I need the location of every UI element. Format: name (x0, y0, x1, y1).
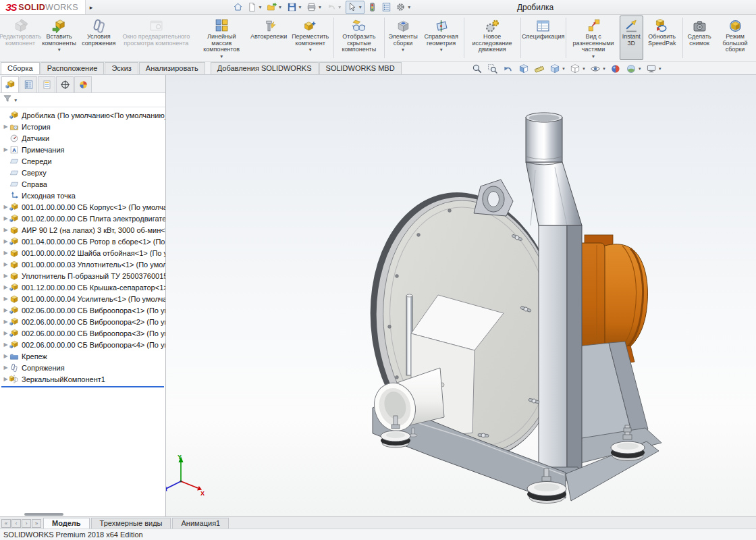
properties-list-icon[interactable] (381, 1, 393, 14)
prev-tab-button[interactable]: ‹ (11, 519, 21, 528)
panel-tab-dimxpertmanager[interactable] (56, 76, 74, 92)
expand-arrow-icon[interactable]: ▶ (2, 330, 9, 336)
tree-item[interactable]: ▶001.02.00.00.00 СБ Плита электродвигате… (0, 213, 165, 224)
reference-geometry-button[interactable]: Справочная геометрия▼ (421, 16, 462, 60)
expand-arrow-icon[interactable]: ▶ (2, 124, 9, 130)
bottom-tab-animation[interactable]: Анимация1 (172, 518, 229, 529)
assembly-features-button[interactable]: Элементы сборки▼ (385, 16, 420, 60)
tree-hscrollbar[interactable] (24, 513, 63, 516)
tab-расположение[interactable]: Расположение (40, 62, 105, 74)
tree-item[interactable]: ▶002.06.00.00.00 СБ Виброопора<3> (По ум… (0, 327, 165, 339)
large-assembly-mode-button[interactable]: Режим большой сборки (715, 16, 755, 60)
panel-tab-displaymanager[interactable] (74, 76, 92, 92)
section-view-icon[interactable] (518, 63, 530, 75)
insert-components-button[interactable]: Вставить компоненты▼ (39, 16, 79, 60)
app-logo[interactable]: ЗS SOLID WORKS (0, 0, 86, 14)
tree-item[interactable]: ▶001.00.00.00.02 Шайба отбойная<1> (По у… (0, 247, 165, 259)
tree-item[interactable]: Дробилка (По умолчанию<По умолчанию_Сост… (0, 109, 165, 121)
new-doc-icon[interactable] (246, 1, 258, 14)
expand-arrow-icon[interactable]: ▶ (2, 227, 9, 233)
expand-arrow-icon[interactable]: ▶ (2, 307, 9, 313)
tree-item[interactable]: Исходная точка (0, 190, 165, 201)
home-icon[interactable] (232, 1, 244, 14)
expand-arrow-icon[interactable]: ▶ (2, 353, 9, 359)
tree-item[interactable]: ▶История (0, 121, 165, 132)
smart-fasteners-button[interactable]: Автокрепежи (249, 16, 288, 60)
panel-tab-configurationmanager[interactable] (38, 76, 55, 92)
first-tab-button[interactable]: « (1, 519, 11, 528)
expand-arrow-icon[interactable]: ▶ (2, 146, 9, 153)
tree-item[interactable]: ▶001.04.00.00.00 СБ Ротор в сборе<1> (По… (0, 236, 165, 247)
expand-arrow-icon[interactable]: ▶ (2, 250, 9, 256)
tree-item[interactable]: ▶ЗеркальныйКомпонент1 (0, 373, 165, 385)
display-style-caret-icon[interactable]: ▼ (582, 67, 586, 71)
expand-arrow-icon[interactable]: ▶ (2, 296, 9, 302)
tree-item[interactable]: ▶Уплотнитель П-образный ТУ 2500376001521… (0, 270, 165, 281)
tree-item[interactable]: ▶Крепеж (0, 350, 165, 362)
tree-item[interactable]: Датчики (0, 132, 165, 144)
menu-flyout-arrow-icon[interactable]: ▸ (86, 4, 97, 11)
expand-arrow-icon[interactable]: ▶ (2, 238, 9, 244)
update-speedpak-button[interactable]: Обновить SpeedPak (643, 16, 681, 60)
view-orientation-caret-icon[interactable]: ▼ (562, 67, 566, 71)
traffic-light-icon[interactable] (367, 1, 379, 14)
expand-arrow-icon[interactable]: ▶ (2, 376, 9, 382)
measure-icon[interactable] (533, 63, 545, 75)
tree-item[interactable]: ▶001.12.00.00.00 СБ Крышка-сепаратор<1> … (0, 281, 165, 293)
view-settings-caret-icon[interactable]: ▼ (658, 67, 662, 71)
show-hidden-components-button[interactable]: Отобразить скрытые компоненты (335, 16, 383, 60)
tab-solidworks-mbd[interactable]: SOLIDWORKS MBD (319, 62, 402, 74)
expand-arrow-icon[interactable]: ▶ (2, 273, 9, 279)
tab-добавления-solidworks[interactable]: Добавления SOLIDWORKS (211, 62, 319, 74)
tree-item[interactable]: ▶002.06.00.00.00 СБ Виброопора<1> (По ум… (0, 304, 165, 316)
panel-tab-featuremanager[interactable] (1, 76, 19, 92)
tree-item[interactable]: Спереди (0, 155, 165, 167)
bottom-tab-model[interactable]: Модель (43, 518, 90, 529)
expand-arrow-icon[interactable]: ▶ (2, 364, 9, 371)
tab-эскиз[interactable]: Эскиз (105, 62, 138, 74)
zoom-area-icon[interactable] (487, 63, 499, 75)
tree-item[interactable]: ▶002.06.00.00.00 СБ Виброопора<2> (По ум… (0, 316, 165, 327)
bottom-tab-3d-views[interactable]: Трехмерные виды (91, 518, 171, 529)
save-icon[interactable] (286, 1, 298, 14)
filter-caret-icon[interactable]: ▼ (14, 98, 18, 103)
panel-tab-propertymanager[interactable] (20, 76, 37, 92)
next-tab-button[interactable]: › (22, 519, 31, 528)
apply-scene-icon[interactable] (625, 63, 637, 75)
open-doc-caret-icon[interactable]: ▼ (278, 5, 282, 9)
expand-arrow-icon[interactable]: ▶ (2, 261, 9, 267)
select-cursor-caret-icon[interactable]: ▼ (358, 5, 362, 9)
display-style-icon[interactable] (569, 63, 581, 75)
rollback-bar[interactable] (1, 386, 164, 387)
print-caret-icon[interactable]: ▼ (318, 5, 322, 9)
print-icon[interactable] (306, 1, 318, 14)
tree-item[interactable]: Сверху (0, 167, 165, 178)
instant3d-button[interactable]: Instant 3D (620, 16, 643, 60)
tab-сборка[interactable]: Сборка (1, 62, 40, 74)
expand-arrow-icon[interactable]: ▶ (2, 284, 9, 290)
expand-arrow-icon[interactable]: ▶ (2, 319, 9, 325)
tree-item[interactable]: ▶002.06.00.00.00 СБ Виброопора<4> (По ум… (0, 339, 165, 350)
graphics-viewport[interactable]: Y X Z (166, 75, 756, 516)
zoom-fit-icon[interactable] (471, 63, 483, 75)
tree-item[interactable]: ▶АИР 90 L2 (на лапах) 3 кВт, 3000 об-мин… (0, 224, 165, 236)
view-orientation-icon[interactable] (549, 63, 561, 75)
select-cursor-icon[interactable] (346, 1, 358, 14)
tree-item[interactable]: ▶AПримечания (0, 144, 165, 155)
take-snapshot-button[interactable]: Сделать снимок (684, 16, 715, 60)
apply-scene-caret-icon[interactable]: ▼ (638, 67, 642, 71)
mate-conditions-button[interactable]: Условия сопряжения (79, 16, 118, 60)
new-doc-caret-icon[interactable]: ▼ (258, 5, 262, 9)
edit-appearance-icon[interactable] (610, 63, 622, 75)
hide-show-items-icon[interactable] (589, 63, 601, 75)
tree-item[interactable]: ▶Сопряжения (0, 362, 165, 373)
last-tab-button[interactable]: » (32, 519, 41, 528)
tree-item[interactable]: Справа (0, 178, 165, 190)
linear-pattern-button[interactable]: Линейный массив компонентов▼ (194, 16, 249, 60)
exploded-view-button[interactable]: Вид с разнесенными частями▼ (567, 16, 620, 60)
expand-arrow-icon[interactable]: ▶ (2, 342, 9, 348)
view-settings-icon[interactable] (645, 63, 657, 75)
tree-item[interactable]: ▶001.00.00.00.03 Уплотнитель<1> (По умол… (0, 259, 165, 270)
gear-icon[interactable] (395, 1, 407, 14)
gear-caret-icon[interactable]: ▼ (407, 5, 411, 9)
